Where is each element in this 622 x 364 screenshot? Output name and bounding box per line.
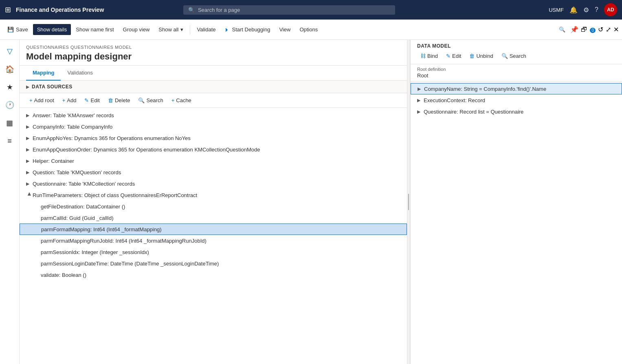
page-title: Model mapping designer <box>26 51 400 62</box>
tree-item-text: getFileDestination: DataContainer () <box>41 204 400 210</box>
tree-item[interactable]: parmSessionIdx: Integer (Integer _sessio… <box>20 246 407 258</box>
expand-icon[interactable]: ⤢ <box>606 26 611 33</box>
tree-toggle-icon[interactable]: ▶ <box>26 113 33 118</box>
tree-toggle-icon[interactable]: ▶ <box>26 136 33 141</box>
dm-toolbar: ⛓ Bind ✎ Edit 🗑 Unbind 🔍 Search <box>417 51 615 61</box>
tree-item-text: Questionnaire: Table 'KMCollection' reco… <box>33 181 400 187</box>
ds-collapse-toggle[interactable]: ▶ <box>26 84 29 90</box>
plus-icon: + <box>29 97 33 103</box>
tree-item[interactable]: parmFormatMappingRunJobId: Int64 (Int64 … <box>20 235 407 246</box>
right-panel: DATA MODEL ⛓ Bind ✎ Edit 🗑 Unbind <box>410 40 622 364</box>
tree-item[interactable]: parmCallId: Guid (Guid _callId) <box>20 212 407 224</box>
tree-toggle-icon[interactable]: ▶ <box>26 124 33 129</box>
debug-icon: ⏵ <box>224 26 230 33</box>
help-icon[interactable]: ? <box>595 6 598 13</box>
delete-ds-button[interactable]: 🗑 Delete <box>105 96 134 105</box>
left-panel: QUESTIONNAIRES QUESTIONNAIRES MODEL Mode… <box>20 40 407 364</box>
tree-item[interactable]: ▶CompanyInfo: Table CompanyInfo <box>20 121 407 132</box>
dm-item[interactable]: ▶Questionnaire: Record list = Questionna… <box>411 106 622 117</box>
tree-toggle-icon[interactable]: ◀ <box>27 192 32 198</box>
tree-item[interactable]: ▶Questionnaire: Table 'KMCollection' rec… <box>20 178 407 189</box>
bind-button[interactable]: ⛓ Bind <box>417 51 441 61</box>
tree-toggle-icon[interactable]: ▶ <box>26 158 33 164</box>
tree-item[interactable]: ▶Question: Table 'KMQuestion' records <box>20 167 407 178</box>
sidebar-item-home[interactable]: 🏠 <box>2 61 18 77</box>
tree-toggle-icon[interactable]: ▶ <box>26 147 33 152</box>
tree-item[interactable]: ▶Answer: Table 'KMAnswer' records <box>20 110 407 121</box>
tree-item-text: parmFormatMapping: Int64 (Int64 _formatM… <box>41 226 400 232</box>
tab-mapping[interactable]: Mapping <box>26 66 61 81</box>
top-nav: ⊞ Finance and Operations Preview 🔍 USMF … <box>0 0 622 20</box>
dm-header-label: DATA MODEL <box>417 43 615 49</box>
toolbar-separator-1 <box>190 25 190 35</box>
tree-item[interactable]: parmSessionLoginDateTime: DateTime (Date… <box>20 258 407 269</box>
sidebar-item-favorites[interactable]: ★ <box>2 79 18 95</box>
validate-button[interactable]: Validate <box>193 24 220 35</box>
show-name-first-button[interactable]: Show name first <box>72 24 118 35</box>
pin-icon[interactable]: 📌 <box>570 26 578 33</box>
show-all-button[interactable]: Show all ▾ <box>154 24 187 35</box>
dm-item[interactable]: ▶CompanyName: String = CompanyInfo.'find… <box>411 83 622 94</box>
add-button[interactable]: + Add <box>59 96 80 105</box>
ds-header-label: DATA SOURCES <box>32 84 73 90</box>
search-dm-button[interactable]: 🔍 Search <box>498 51 530 61</box>
notification-icon[interactable]: 🔔 <box>569 6 578 14</box>
data-sources-panel: ▶ DATA SOURCES + Add root + Add ✎ Edit <box>20 81 407 364</box>
tree-item-text: CompanyInfo: Table CompanyInfo <box>33 124 400 130</box>
tree-item[interactable]: parmFormatMapping: Int64 (Int64 _formatM… <box>20 224 407 235</box>
edit-dm-icon: ✎ <box>446 53 451 59</box>
tree-item-text: parmFormatMappingRunJobId: Int64 (Int64 … <box>41 238 400 244</box>
tree-toggle-icon[interactable]: ▶ <box>26 170 33 175</box>
tree-item[interactable]: ▶EnumAppQuestionOrder: Dynamics 365 for … <box>20 144 407 155</box>
panel-divider[interactable] <box>407 40 410 364</box>
sidebar-item-recent[interactable]: 🕐 <box>2 97 18 113</box>
cache-button[interactable]: + Cache <box>168 96 195 105</box>
tab-validations[interactable]: Validations <box>61 66 99 81</box>
dm-item[interactable]: ▶ExecutionContext: Record <box>411 94 622 106</box>
tree-item[interactable]: ▶Helper: Container <box>20 155 407 167</box>
tree-item-text: EnumAppQuestionOrder: Dynamics 365 for O… <box>33 147 400 153</box>
sidebar-item-filter[interactable]: ▽ <box>2 43 18 59</box>
tree-item[interactable]: ▶EnumAppNoYes: Dynamics 365 for Operatio… <box>20 132 407 144</box>
dm-toggle-icon[interactable]: ▶ <box>417 109 424 114</box>
edit-dm-button[interactable]: ✎ Edit <box>443 51 464 61</box>
global-search-input[interactable] <box>198 7 390 13</box>
search-icon: 🔍 <box>188 7 195 13</box>
refresh-icon[interactable]: ↺ <box>598 26 603 33</box>
left-sidebar: ▽ 🏠 ★ 🕐 ▦ ≡ <box>0 40 20 364</box>
sidebar-item-modules[interactable]: ≡ <box>2 133 18 149</box>
window-icon[interactable]: 🗗 <box>581 26 587 33</box>
tree-item[interactable]: ◀RunTimeParameters: Object of class Ques… <box>20 189 407 201</box>
global-search-bar[interactable]: 🔍 <box>183 5 395 15</box>
avatar[interactable]: AD <box>604 3 617 16</box>
dm-toggle-icon[interactable]: ▶ <box>417 98 424 103</box>
tree-toggle-icon[interactable]: ▶ <box>26 181 33 186</box>
start-debugging-button[interactable]: ⏵ Start Debugging <box>220 24 274 35</box>
toolbar-search-icon[interactable]: 🔍 <box>556 24 568 35</box>
add-root-button[interactable]: + Add root <box>26 96 57 105</box>
tree-item[interactable]: validate: Boolean () <box>20 269 407 281</box>
view-button[interactable]: View <box>275 24 295 35</box>
save-button[interactable]: 💾 Save <box>3 24 32 35</box>
close-icon[interactable]: ✕ <box>613 26 619 33</box>
tree-item-text: Answer: Table 'KMAnswer' records <box>33 112 400 118</box>
badge-icon[interactable]: 0 <box>590 26 596 33</box>
sidebar-item-workspaces[interactable]: ▦ <box>2 115 18 131</box>
app-title: Finance and Operations Preview <box>16 7 104 13</box>
waffle-icon[interactable]: ⊞ <box>5 5 11 14</box>
cache-icon: + <box>171 97 175 103</box>
options-button[interactable]: Options <box>295 24 322 35</box>
dm-toggle-icon[interactable]: ▶ <box>418 86 424 92</box>
group-view-button[interactable]: Group view <box>119 24 154 35</box>
edit-ds-button[interactable]: ✎ Edit <box>81 96 103 105</box>
page-header: QUESTIONNAIRES QUESTIONNAIRES MODEL Mode… <box>20 40 407 66</box>
settings-icon[interactable]: ⚙ <box>583 6 589 14</box>
main-layout: ▽ 🏠 ★ 🕐 ▦ ≡ QUESTIONNAIRES QUESTIONNAIRE… <box>0 40 622 364</box>
tree-item[interactable]: getFileDestination: DataContainer () <box>20 201 407 212</box>
unbind-button[interactable]: 🗑 Unbind <box>466 51 496 61</box>
show-details-button[interactable]: Show details <box>33 24 71 35</box>
search-ds-button[interactable]: 🔍 Search <box>135 96 166 105</box>
tree-item-text: RunTimeParameters: Object of class Quest… <box>33 192 400 198</box>
ds-header: ▶ DATA SOURCES <box>20 81 407 93</box>
breadcrumb: QUESTIONNAIRES QUESTIONNAIRES MODEL <box>26 45 400 50</box>
